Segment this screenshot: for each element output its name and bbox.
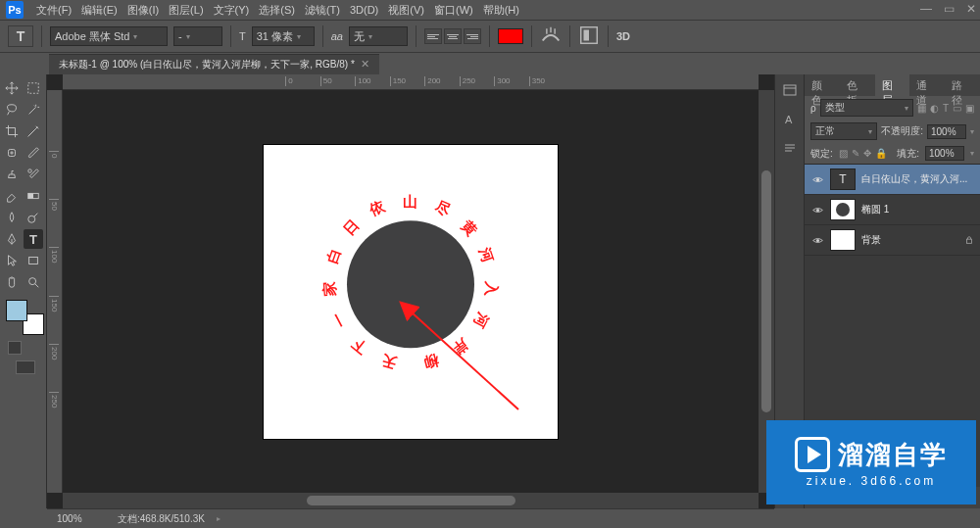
zoom-level[interactable]: 100% bbox=[57, 513, 106, 524]
window-close[interactable]: ✕ bbox=[966, 2, 976, 16]
tab-close-icon[interactable]: ✕ bbox=[361, 58, 369, 71]
blend-mode-select[interactable]: 正常▾ bbox=[810, 122, 877, 140]
font-family-select[interactable]: Adobe 黑体 Std▾ bbox=[50, 26, 168, 46]
filter-type-icon[interactable]: T bbox=[943, 103, 949, 114]
pen-tool[interactable] bbox=[2, 229, 22, 249]
opacity-input[interactable] bbox=[927, 124, 966, 139]
quick-mask-toggle[interactable] bbox=[8, 341, 22, 355]
menu-image[interactable]: 图像(I) bbox=[122, 3, 164, 18]
ruler-tick: 100 bbox=[355, 76, 370, 86]
menu-3d[interactable]: 3D(D) bbox=[345, 4, 383, 16]
window-minimize[interactable]: — bbox=[920, 2, 932, 16]
menu-filter[interactable]: 滤镜(T) bbox=[300, 3, 345, 18]
tab-channels[interactable]: 通道 bbox=[909, 74, 945, 96]
lock-pixels-icon[interactable]: ✎ bbox=[852, 148, 859, 159]
play-icon bbox=[795, 437, 830, 472]
align-center-button[interactable] bbox=[444, 28, 462, 44]
current-tool-icon[interactable]: T bbox=[8, 25, 33, 47]
antialias-select[interactable]: 无▾ bbox=[349, 26, 408, 46]
layer-row[interactable]: T 白日依山尽，黄河入河... bbox=[805, 165, 980, 195]
scrollbar-horizontal[interactable] bbox=[63, 493, 759, 508]
window-controls: — ▭ ✕ bbox=[920, 2, 976, 16]
text-color-swatch[interactable] bbox=[498, 28, 523, 44]
lasso-tool[interactable] bbox=[2, 100, 22, 120]
marquee-tool[interactable] bbox=[24, 78, 43, 98]
brush-tool[interactable] bbox=[24, 143, 43, 163]
layer-name[interactable]: 背景 bbox=[861, 233, 958, 247]
blur-tool[interactable] bbox=[2, 208, 22, 227]
lock-all-icon[interactable]: 🔒 bbox=[875, 148, 887, 159]
filter-adjust-icon[interactable]: ◐ bbox=[930, 103, 939, 114]
doc-info[interactable]: 文档:468.8K/510.3K bbox=[118, 512, 205, 526]
divider bbox=[531, 25, 532, 47]
tab-paths[interactable]: 路径 bbox=[945, 74, 980, 96]
blend-opacity-row: 正常▾ 不透明度: ▾ bbox=[805, 120, 980, 143]
visibility-toggle[interactable] bbox=[810, 233, 824, 247]
magic-wand-tool[interactable] bbox=[24, 100, 43, 120]
layer-name[interactable]: 椭圆 1 bbox=[861, 203, 974, 216]
eyedropper-tool[interactable] bbox=[24, 121, 43, 141]
fill-input[interactable] bbox=[925, 146, 964, 161]
align-left-button[interactable] bbox=[424, 28, 442, 44]
align-right-button[interactable] bbox=[464, 28, 481, 44]
rectangle-tool[interactable] bbox=[24, 251, 43, 270]
divider bbox=[41, 25, 42, 47]
warp-text-icon[interactable] bbox=[540, 24, 562, 49]
menu-help[interactable]: 帮助(H) bbox=[478, 3, 524, 18]
hand-tool[interactable] bbox=[2, 272, 22, 292]
visibility-toggle[interactable] bbox=[810, 172, 824, 186]
gradient-tool[interactable] bbox=[24, 186, 43, 206]
lock-transparency-icon[interactable]: ▨ bbox=[839, 148, 848, 159]
font-size-select[interactable]: 31 像素▾ bbox=[252, 26, 315, 46]
layer-row[interactable]: 椭圆 1 bbox=[805, 195, 980, 225]
tab-color[interactable]: 颜色 bbox=[805, 74, 840, 96]
3d-button[interactable]: 3D bbox=[616, 30, 630, 42]
visibility-toggle[interactable] bbox=[810, 203, 824, 216]
font-style-select[interactable]: -▾ bbox=[173, 26, 222, 46]
path-char: 山 bbox=[403, 193, 417, 212]
move-tool[interactable] bbox=[2, 78, 22, 98]
type-tool[interactable]: T bbox=[24, 229, 43, 249]
paragraph-panel-icon[interactable] bbox=[780, 139, 800, 159]
layer-thumbnail[interactable] bbox=[830, 199, 856, 220]
menu-layer[interactable]: 图层(L) bbox=[164, 3, 208, 18]
char-panel-icon[interactable] bbox=[578, 24, 600, 49]
window-maximize[interactable]: ▭ bbox=[944, 2, 955, 16]
filter-pixel-icon[interactable]: ▦ bbox=[917, 103, 926, 114]
divider bbox=[416, 25, 416, 47]
document-canvas[interactable]: 天下一家白日依山尽黄河入河岸柳 bbox=[264, 145, 558, 439]
tab-swatches[interactable]: 色板 bbox=[840, 74, 875, 96]
layer-filter-select[interactable]: 类型▾ bbox=[820, 99, 913, 117]
document-tab[interactable]: 未标题-1 @ 100% (白日依山尽，黄河入河岸柳，天下一家, RGB/8) … bbox=[49, 54, 379, 74]
layer-row[interactable]: 背景 bbox=[805, 225, 980, 256]
menu-window[interactable]: 窗口(W) bbox=[429, 3, 478, 18]
history-panel-icon[interactable] bbox=[780, 80, 800, 100]
path-selection-tool[interactable] bbox=[2, 251, 22, 270]
history-brush-tool[interactable] bbox=[24, 165, 43, 184]
character-panel-icon[interactable]: A bbox=[780, 110, 800, 129]
filter-shape-icon[interactable]: ▭ bbox=[953, 103, 961, 114]
menu-select[interactable]: 选择(S) bbox=[254, 3, 300, 18]
zoom-tool[interactable] bbox=[24, 272, 43, 292]
menu-view[interactable]: 视图(V) bbox=[383, 3, 429, 18]
eraser-tool[interactable] bbox=[2, 186, 22, 206]
filter-smart-icon[interactable]: ▣ bbox=[965, 103, 974, 114]
divider bbox=[608, 25, 609, 47]
fg-bg-colors[interactable] bbox=[6, 300, 44, 335]
layer-thumbnail[interactable] bbox=[830, 229, 856, 251]
healing-brush-tool[interactable] bbox=[2, 143, 22, 163]
tab-layers[interactable]: 图层 bbox=[875, 74, 910, 96]
menu-file[interactable]: 文件(F) bbox=[31, 3, 76, 18]
dodge-tool[interactable] bbox=[24, 208, 43, 227]
layer-thumbnail[interactable]: T bbox=[830, 168, 856, 190]
layer-name[interactable]: 白日依山尽，黄河入河... bbox=[861, 172, 974, 186]
crop-tool[interactable] bbox=[2, 121, 22, 141]
foreground-color[interactable] bbox=[6, 300, 27, 321]
lock-position-icon[interactable]: ✥ bbox=[863, 148, 871, 159]
ruler-tick: 250 bbox=[460, 76, 475, 86]
clone-stamp-tool[interactable] bbox=[2, 165, 22, 184]
antialias-label: aa bbox=[331, 30, 343, 42]
menu-edit[interactable]: 编辑(E) bbox=[76, 3, 122, 18]
menu-type[interactable]: 文字(Y) bbox=[209, 3, 255, 18]
screen-mode-toggle[interactable] bbox=[16, 360, 35, 374]
